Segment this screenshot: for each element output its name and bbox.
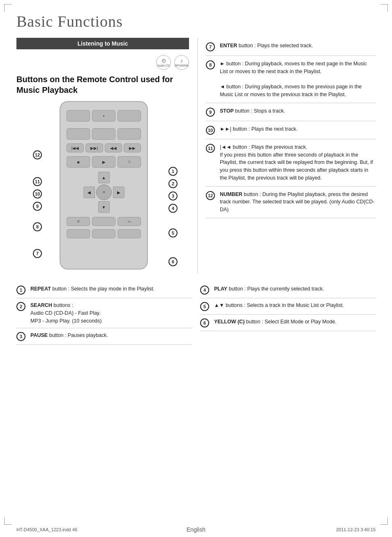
remote-misc-3: +♪ [118,217,141,226]
remote-next-track: ▶▶| [85,143,103,152]
info-row-11: 11 |◄◄ button : Plays the previous track… [206,139,376,187]
callout-9: 9 [33,202,42,211]
info-row-7: 7 ENTER button : Plays the selected trac… [206,38,376,56]
mp3wma-label: MP3/WMA [175,64,188,67]
bottom-row-5: 5 ▲▼ buttons : Selects a track in the Mu… [200,298,376,315]
audio-cd-badge: ⊙ Audio CD [156,55,171,70]
badges-row: ⊙ Audio CD ♪ MP3/WMA [16,55,189,70]
bottom-num-2: 2 [16,302,25,311]
bottom-row-3: 3 PAUSE button : Pauses playback. [16,328,192,345]
corner-mark-tl [4,4,12,12]
info-text-9: STOP button : Stops a track. [220,107,285,115]
remote-last-2 [92,229,115,238]
callout-10: 10 [33,189,42,198]
remote-btn-6 [118,128,141,140]
callout-2: 2 [168,179,178,188]
callout-3: 3 [168,191,178,201]
info-num-8: 8 [206,60,215,69]
bottom-text-5: ▲▼ buttons : Selects a track in the Musi… [214,302,344,309]
remote-transport-row: |◀◀ ▶▶| ◀◀ ▶▶ [60,142,147,154]
callout-1: 1 [168,167,178,176]
remote-last-3 [118,229,141,238]
info-num-12: 12 [206,191,215,200]
callout-12: 12 [33,150,42,159]
corner-mark-bl [4,517,12,525]
section-title: Buttons on the Remote Control used for M… [16,74,189,95]
info-row-10: 10 ►►| button : Plays the next track. [206,121,376,139]
remote-body: |◀◀ ▶▶| ◀◀ ▶▶ ■ ▶ ⁞⁞ ▲ ▼ ◀ [60,101,148,270]
info-text-10: ►►| button : Plays the next track. [220,125,297,133]
remote-btn-1 [67,110,90,122]
remote-top-buttons-row1 [60,105,147,124]
remote-btn-4 [67,128,90,140]
remote-misc-2 [92,217,115,226]
remote-btn-3 [118,110,141,122]
callout-7: 7 [33,249,42,258]
remote-top-buttons-row2 [60,127,147,142]
bottom-text-1: REPEAT button : Selects the play mode in… [30,285,154,293]
bottom-table: 1 REPEAT button : Selects the play mode … [16,282,376,345]
info-num-9: 9 [206,108,215,117]
bottom-row-2: 2 SEARCH buttons :Audio CD (CD-DA) - Fas… [16,298,192,328]
callout-8: 8 [33,222,42,231]
left-column: Listening to Music ⊙ Audio CD ♪ MP3/WMA … [16,38,197,274]
bottom-num-1: 1 [16,286,25,295]
corner-mark-br [380,517,388,525]
info-text-12: NUMBER button : During the Playlist play… [220,191,376,214]
info-row-9: 9 STOP button : Stops a track. [206,103,376,121]
dpad-down: ▼ [98,201,110,213]
footer-left: HT-D4500_XAA_1223.indd 46 [16,527,77,532]
info-row-12: 12 NUMBER button : During the Playlist p… [206,187,376,218]
bottom-text-2: SEARCH buttons :Audio CD (CD-DA) - Fast … [30,302,101,325]
remote-misc-1: ↺ [67,217,90,226]
bottom-num-6: 6 [200,318,209,327]
bottom-num-4: 4 [200,286,209,295]
info-row-8: 8 ► button : During playback, moves to t… [206,56,376,103]
bottom-row-6: 6 YELLOW (C) button : Select Edit Mode o… [200,315,376,331]
bottom-col-left: 1 REPEAT button : Selects the play mode … [16,282,192,345]
callout-5: 5 [168,228,178,237]
dpad-right: ▶ [113,187,125,198]
dpad-left: ◀ [83,187,95,198]
remote-pause-btn: ⁞⁞ [118,156,141,168]
bottom-num-3: 3 [16,332,25,341]
info-text-8: ► button : During playback, moves to the… [220,60,376,99]
footer-center: English [187,526,205,533]
remote-btn-5 [92,128,115,140]
remote-btn-2 [92,110,115,122]
footer-right: 2011-12-23 3:40:15 [336,527,376,532]
info-num-7: 7 [206,42,215,51]
remote-dpad: ▲ ▼ ◀ ▶ ⊙ [83,172,125,213]
callout-6: 6 [168,257,178,266]
main-content: Listening to Music ⊙ Audio CD ♪ MP3/WMA … [16,38,376,274]
audio-cd-icon: ⊙ [161,58,166,64]
info-text-11: |◄◄ button : Plays the previous track. I… [220,143,376,182]
page-title: Basic Functions [16,12,376,30]
bottom-row-4: 4 PLAY button : Plays the currently sele… [200,282,376,298]
remote-play-btn: ▶ [92,156,115,168]
corner-mark-tr [380,4,388,12]
dpad-up: ▲ [98,172,110,183]
mp3wma-icon: ♪ [180,58,183,64]
footer: HT-D4500_XAA_1223.indd 46 English 2011-1… [0,526,392,533]
bottom-row-1: 1 REPEAT button : Selects the play mode … [16,282,192,298]
remote-prev-track: |◀◀ [67,143,84,152]
bottom-text-4: PLAY button : Plays the currently select… [214,285,324,293]
remote-last-row [60,229,147,240]
bottom-num-5: 5 [200,302,209,311]
right-column: 7 ENTER button : Plays the selected trac… [197,38,376,274]
remote-control-illustration: |◀◀ ▶▶| ◀◀ ▶▶ ■ ▶ ⁞⁞ ▲ ▼ ◀ [25,101,181,274]
section-header: Listening to Music [16,38,189,49]
remote-last-1 [67,229,90,238]
bottom-col-right: 4 PLAY button : Plays the currently sele… [200,282,376,345]
page: Basic Functions Listening to Music ⊙ Aud… [0,0,392,537]
remote-rewind: ◀◀ [105,143,122,152]
info-text-7: ENTER button : Plays the selected track. [220,42,313,50]
info-num-11: 11 [206,144,215,153]
remote-forward: ▶▶ [124,143,141,152]
info-num-10: 10 [206,126,215,135]
callout-11: 11 [33,177,42,186]
mp3wma-badge: ♪ MP3/WMA [174,55,189,70]
audio-cd-label: Audio CD [157,64,170,67]
remote-bottom-row1: ↺ +♪ [60,215,147,229]
